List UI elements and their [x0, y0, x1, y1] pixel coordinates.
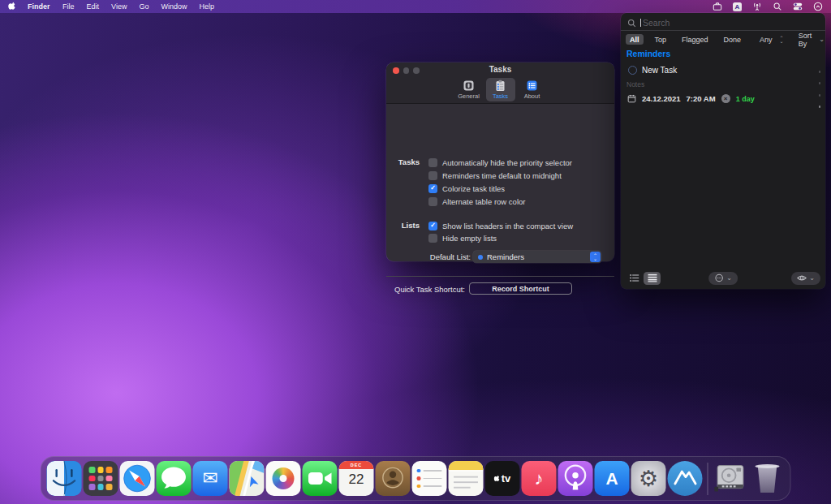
any-filter-select[interactable]: Any — [760, 36, 773, 44]
option-label: Automatically hide the priority selector — [442, 158, 572, 167]
running-indicator — [63, 494, 66, 497]
dock-item-tasks-app[interactable] — [668, 461, 703, 496]
view-toggle — [626, 272, 661, 285]
tasks-section-label: Tasks — [386, 157, 420, 168]
filter-flagged[interactable]: Flagged — [678, 34, 713, 45]
task-time[interactable]: 7:20 AM — [687, 94, 716, 103]
dock-item-trash[interactable] — [750, 461, 785, 496]
divider — [621, 30, 825, 31]
dock-item-external-disk[interactable] — [713, 461, 748, 496]
menu-bar-status-area: A — [713, 2, 823, 11]
dock-divider — [708, 463, 708, 495]
trash-body — [756, 466, 779, 493]
dock-item-calendar[interactable]: DEC 22 — [339, 461, 374, 496]
record-shortcut-button[interactable]: Record Shortcut — [469, 282, 572, 295]
dock-item-reminders[interactable] — [412, 461, 447, 496]
scroll-dot — [819, 106, 821, 108]
checkbox[interactable] — [428, 234, 437, 243]
filter-all[interactable]: All — [626, 34, 644, 45]
briefcase-icon[interactable] — [713, 2, 722, 11]
tasks-clipboard-icon — [494, 80, 506, 92]
dock-item-finder[interactable] — [47, 461, 82, 496]
option-row: Reminders time default to midnight — [428, 170, 562, 181]
tab-about[interactable]: About — [518, 78, 547, 101]
filter-bar: All Top Flagged Done Any ⌃⌄ Sort By ⌄ — [626, 33, 820, 45]
dock-item-tv[interactable]: tv — [485, 461, 520, 496]
dock-item-app-store[interactable]: A — [595, 461, 630, 496]
hard-disk-icon — [713, 461, 748, 496]
task-title[interactable]: New Task — [642, 66, 677, 75]
task-complete-circle[interactable] — [628, 66, 637, 75]
checkbox[interactable] — [428, 171, 437, 180]
checkbox[interactable] — [428, 222, 437, 230]
input-source-icon[interactable]: A — [733, 2, 742, 11]
dock-item-system-preferences[interactable]: ⚙ — [631, 461, 666, 496]
visibility-menu-button[interactable]: ⌄ — [791, 272, 820, 285]
dock-item-photos[interactable] — [266, 461, 301, 496]
dock-item-facetime[interactable] — [303, 461, 338, 496]
spotlight-icon[interactable] — [773, 2, 782, 11]
menu-item-view[interactable]: View — [105, 2, 133, 11]
dock-item-maps[interactable] — [230, 461, 265, 496]
option-label: Colorize task titles — [442, 184, 505, 193]
dock-item-music[interactable]: ♪ — [522, 461, 557, 496]
menu-item-window[interactable]: Window — [155, 2, 193, 11]
option-row: Automatically hide the priority selector — [428, 157, 572, 168]
menu-item-file[interactable]: File — [57, 2, 81, 11]
chevron-down-icon: ⌄ — [726, 274, 732, 282]
preferences-toolbar: General Tasks About — [386, 78, 614, 101]
task-date[interactable]: 24.12.2021 — [642, 94, 681, 103]
menu-item-edit[interactable]: Edit — [80, 2, 105, 11]
option-label: Show list headers in the compact view — [442, 222, 573, 230]
task-notes-placeholder[interactable]: Notes — [626, 80, 644, 88]
checkbox[interactable] — [428, 184, 437, 193]
about-list-icon — [526, 80, 538, 92]
detailed-view-button[interactable] — [644, 272, 661, 285]
dock-item-messages[interactable] — [157, 461, 192, 496]
menu-item-go[interactable]: Go — [133, 2, 155, 11]
lists-section-label: Lists — [386, 220, 420, 231]
option-label: Hide empty lists — [442, 234, 497, 243]
filter-top[interactable]: Top — [651, 34, 671, 45]
menu-app-name[interactable]: Finder — [21, 2, 57, 11]
apple-menu[interactable] — [8, 2, 16, 11]
default-list-select[interactable]: Reminders ⌃⌄ — [473, 251, 601, 263]
duration-badge: 1 day — [736, 95, 755, 103]
filter-done[interactable]: Done — [720, 34, 746, 45]
tab-general[interactable]: General — [454, 78, 484, 101]
menu-item-help[interactable]: Help — [193, 2, 221, 11]
sort-by-menu[interactable]: Sort By — [799, 32, 812, 48]
checkbox[interactable] — [428, 158, 437, 167]
option-row: Colorize task titles — [428, 183, 505, 194]
tab-tasks[interactable]: Tasks — [486, 78, 515, 101]
text-cursor — [640, 19, 641, 27]
chevron-down-icon: ⌄ — [819, 36, 825, 43]
apple-logo-icon — [8, 2, 16, 11]
tab-label: Tasks — [493, 93, 508, 100]
clear-date-icon[interactable]: × — [721, 94, 730, 103]
dock-item-mail[interactable]: ✉ — [193, 461, 228, 496]
control-center-icon[interactable] — [793, 2, 803, 11]
dock-item-contacts[interactable] — [376, 461, 411, 496]
select-stepper-icon: ⌃⌄ — [590, 252, 601, 262]
wireless-icon[interactable] — [752, 2, 762, 11]
tab-label: About — [524, 93, 540, 100]
default-list-value: Reminders — [487, 252, 524, 261]
dock-item-podcasts[interactable] — [558, 461, 593, 496]
checkbox[interactable] — [428, 197, 437, 206]
dock-item-notes[interactable] — [449, 461, 484, 496]
list-section-title[interactable]: Reminders — [626, 49, 670, 58]
tv-label: tv — [502, 472, 511, 485]
window-titlebar[interactable]: Tasks General Tasks About — [386, 62, 614, 104]
music-note-icon: ♪ — [535, 468, 544, 489]
search-input[interactable]: Search — [627, 17, 819, 28]
compact-view-button[interactable] — [626, 272, 643, 285]
menu-extra-chevron-icon[interactable] — [813, 2, 823, 11]
dock: ✉ DEC 22 — [41, 456, 791, 501]
any-stepper-icon[interactable]: ⌃⌄ — [780, 37, 784, 43]
scroll-dot — [819, 71, 821, 73]
reminders-panel: Search All Top Flagged Done Any ⌃⌄ Sort … — [621, 13, 825, 289]
dock-item-safari[interactable] — [120, 461, 155, 496]
tag-menu-button[interactable]: ⌄ — [708, 272, 738, 285]
dock-item-launchpad[interactable] — [84, 461, 118, 496]
